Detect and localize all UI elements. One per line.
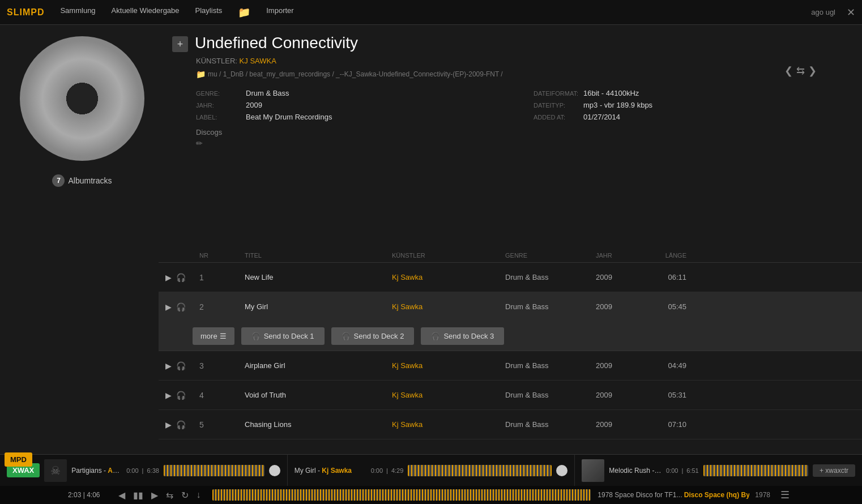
breadcrumb-path[interactable]: mu / 1_DnB / beat_my_drum_recordings / _… [208,70,503,78]
track-duration: 05:31 [641,391,686,399]
track-play-button[interactable]: ▶ [165,420,172,429]
track-artist[interactable]: Kj Sawka [392,361,505,370]
send-deck1-button[interactable]: 🎧 Send to Deck 1 [241,327,325,345]
deck-play-indicator-2[interactable] [556,465,567,476]
prev-track-button[interactable]: ◀ [118,490,125,501]
discogs-link[interactable]: Discogs [172,128,848,136]
dateityp-value: mp3 - vbr 189.9 kbps [583,101,652,109]
track-play-button[interactable]: ▶ [165,391,172,400]
track-duration: 04:49 [641,361,686,370]
track-genre: Drum & Bass [505,391,596,399]
table-row[interactable]: ▶ 🎧 1 New Life Kj Sawka Drum & Bass 2009… [159,263,862,292]
track-artist[interactable]: Kj Sawka [392,391,505,399]
deck-waveform-2[interactable] [408,465,552,476]
track-duration: 05:45 [641,302,686,311]
deck3-track: Melodic Rush [609,467,650,475]
headphone-icon: 🎧 [342,332,351,340]
nav-importer[interactable]: Importer [266,6,293,19]
col-genre: GENRE [505,252,596,259]
track-artist[interactable]: Kj Sawka [392,420,505,429]
track-artist[interactable]: Kj Sawka [392,302,505,311]
more-button[interactable]: more ☰ [193,327,234,345]
add-xwax-button[interactable]: + xwaxctr [813,464,855,477]
track-headphone-button[interactable]: 🎧 [176,391,186,400]
artist-link[interactable]: Kj Sawka [240,57,276,65]
deck-track-name-3: Melodic Rush - Buzz [609,467,662,475]
prev-button[interactable]: ❮ [784,65,793,77]
add-album-button[interactable]: + [172,36,188,52]
next-track-button[interactable]: ▶ [151,490,158,501]
album-info-section: + Undefined Connectivity KÜNSTLER: Kj Sa… [159,25,862,249]
track-play-button[interactable]: ▶ [165,361,172,370]
track-play-button[interactable]: ▶ [165,273,172,282]
transport-current: 2:03 [68,491,81,499]
search-text[interactable]: ago ugl [811,8,835,16]
label-label: LABEL: [196,114,241,121]
track-number: 5 [199,420,245,429]
deck-waveform-3[interactable] [703,465,808,476]
deck-times-2: 0:00 | 4:29 [371,467,404,474]
tracklist-section: NR TITEL KÜNSTLER GENRE JAHR LÄNGE ▶ 🎧 1… [159,249,862,454]
shuffle-transport-button[interactable]: ⇆ [166,490,173,501]
track-headphone-button[interactable]: 🎧 [176,420,186,429]
album-art-section: 7 Albumtracks [0,25,159,454]
artist-label: KÜNSTLER: [196,57,237,65]
table-row[interactable]: ▶ 🎧 4 Void of Truth Kj Sawka Drum & Bass… [159,381,862,410]
track-genre: Drum & Bass [505,361,596,370]
hamburger-button[interactable]: ☰ [776,489,794,501]
nav-sammlung[interactable]: Sammlung [60,6,95,19]
table-row[interactable]: ▶ 🎧 3 Airplane Girl Kj Sawka Drum & Bass… [159,351,862,381]
pause-button[interactable]: ▮▮ [133,490,143,501]
dateiformat-label: DATEIFORMAT: [534,90,579,97]
deck-thumbnail-3 [582,459,604,482]
dateityp-label: DATEITYP: [534,102,579,109]
transport-waveform[interactable] [212,489,591,501]
track-headphone-button[interactable]: 🎧 [176,302,186,311]
breadcrumb: 📁 mu / 1_DnB / beat_my_drum_recordings /… [172,70,848,79]
track-headphone-button[interactable]: 🎧 [176,273,186,282]
track-headphone-button[interactable]: 🎧 [176,361,186,370]
col-laenge: LÄNGE [641,252,686,259]
table-row[interactable]: ▶ 🎧 5 Chasing Lions Kj Sawka Drum & Bass… [159,410,862,439]
track-title: New Life [245,273,392,281]
album-tracks-label: Albumtracks [68,176,112,185]
bottom-player: XWAX ☠ Partigians - Aggresivnes 0:00 | 6… [0,454,862,504]
meta-added-at: ADDED AT: 01/27/2014 [534,113,848,121]
mpd-logo: MPD [5,452,32,467]
year-label: JAHR: [196,102,241,109]
table-row[interactable]: B ▶ 🎧 2 My Girl Kj Sawka Drum & Bass 200… [159,292,862,322]
send-deck3-button[interactable]: 🎧 Send to Deck 3 [421,327,504,345]
track-artist[interactable]: Kj Sawka [392,273,505,281]
track-year: 2009 [596,302,641,311]
deck-times-1: 0:00 | 6:38 [126,467,159,474]
track-title: Airplane Girl [245,361,392,370]
track-year: 2009 [596,273,641,281]
year-value: 2009 [246,101,262,109]
headphone-icon: 🎧 [251,332,261,340]
nav-playlists[interactable]: Playlists [195,6,223,19]
album-title: Undefined Connectivity [195,34,358,52]
deck-waveform-1[interactable] [164,465,264,476]
next-button[interactable]: ❯ [808,65,817,77]
edit-icon[interactable]: ✏ [172,139,848,148]
track-controls: ▶ 🎧 [165,420,199,429]
repeat-button[interactable]: ↻ [181,490,189,501]
mpd-badge-area: MPD [0,448,37,471]
col-nr: NR [199,252,245,259]
close-icon[interactable]: ✕ [847,6,855,19]
now-playing-artist: Disco Space (hq) By Ri... [684,491,749,499]
transport-controls: ◀ ▮▮ ▶ ⇆ ↻ ↓ [118,490,201,501]
folder-icon[interactable]: 📁 [238,6,250,19]
track-controls: ▶ 🎧 [165,391,199,400]
nav-arrows: ❮ ⇆ ❯ [784,65,817,77]
send-deck2-button[interactable]: 🎧 Send to Deck 2 [331,327,415,345]
deck-play-indicator-1[interactable] [269,465,280,476]
album-art [20,36,144,161]
track-play-button[interactable]: ▶ [165,302,172,311]
send-deck3-label: Send to Deck 3 [443,332,494,340]
download-button[interactable]: ↓ [197,490,201,500]
nav-aktuelle[interactable]: Aktuelle Wiedergabe [112,6,180,19]
shuffle-button[interactable]: ⇆ [796,65,805,77]
album-info-outer: ❮ ⇆ ❯ + Undefined Connectivity KÜNSTLER:… [159,25,862,454]
meta-dateityp: DATEITYP: mp3 - vbr 189.9 kbps [534,101,848,109]
